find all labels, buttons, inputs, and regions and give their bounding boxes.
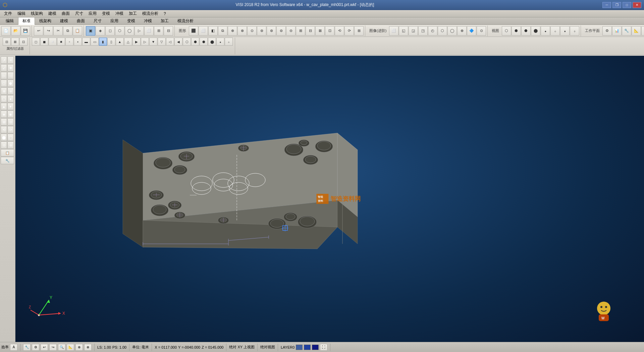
tb-img18[interactable]: ⊞ (354, 26, 364, 36)
stb-s13[interactable]: ▶ (132, 38, 141, 46)
sidebar-btn-4a[interactable]: ⬡ (1, 80, 7, 87)
tab-standard[interactable]: 标准 (18, 17, 35, 25)
stb-s17[interactable]: ◁ (166, 38, 174, 46)
stb-s9[interactable]: ▮ (99, 38, 107, 46)
stb-s7[interactable]: ▬ (82, 38, 90, 46)
tb-img13[interactable]: ⊟ (306, 26, 315, 36)
menu-dimension[interactable]: 尺寸 (72, 10, 86, 17)
sidebar-btn-10b[interactable]: ⟳ (7, 126, 14, 133)
tb-shape8[interactable]: ⊞ (154, 26, 163, 36)
stb-s2[interactable]: ◼ (40, 38, 48, 46)
stb-filter2[interactable]: ⊠ (11, 38, 19, 46)
tb-img5[interactable]: ⊕ (228, 26, 237, 36)
menu-edit[interactable]: 编辑 (15, 10, 28, 17)
sidebar-btn-3a[interactable]: ▷ (1, 72, 7, 79)
tb-view5[interactable]: ◴ (428, 26, 437, 36)
tab-machining[interactable]: 加工 (156, 17, 173, 25)
sidebar-btn-8b[interactable]: ◉ (7, 111, 14, 118)
sidebar-btn-prop[interactable]: 🔧 (1, 157, 14, 164)
tb-shape3[interactable]: ◻ (105, 26, 115, 36)
stb-s10[interactable]: ▯ (107, 38, 115, 46)
sidebar-btn-11a[interactable]: ⬤ (1, 134, 7, 141)
status-color-box1[interactable] (296, 345, 303, 350)
tb-img6[interactable]: ⊗ (237, 26, 247, 36)
tb-view9[interactable]: 🔷 (467, 26, 476, 36)
sidebar-btn-12b[interactable]: ⊚ (7, 141, 14, 149)
tb-shape2[interactable]: ◈ (96, 26, 105, 36)
status-btn-A[interactable]: A (10, 344, 17, 351)
tab-edit[interactable]: 编辑 (1, 17, 18, 25)
tb-img9[interactable]: ⊛ (267, 26, 276, 36)
tb-shape6[interactable]: ▷ (135, 26, 144, 36)
tb-img16[interactable]: ⟲ (335, 26, 344, 36)
stb-s6[interactable]: ▪ (74, 38, 82, 46)
tb-sys4[interactable]: 📐 (632, 26, 641, 36)
tb-img1[interactable]: ⬛ (189, 26, 198, 36)
sidebar-btn-icon[interactable]: 📋 (1, 149, 14, 157)
window-controls[interactable]: ─ ❐ □ ✕ (602, 2, 641, 8)
menu-moldflow[interactable]: 模流分析 (140, 10, 161, 17)
tb-wp6[interactable]: ⬦ (550, 26, 560, 36)
tb-new[interactable]: 📄 (1, 26, 11, 36)
sidebar-btn-7b[interactable]: ▼ (7, 103, 14, 110)
app-restore-btn[interactable]: ❐ (612, 2, 621, 8)
status-icon5[interactable]: 🔍 (58, 344, 65, 351)
tb-cut[interactable]: ✂ (53, 26, 63, 36)
tb-undo[interactable]: ↩ (34, 26, 43, 36)
menu-modeling[interactable]: 建模 (46, 10, 59, 17)
stb-s15[interactable]: ▼ (149, 38, 157, 46)
app-minimize-btn[interactable]: ─ (602, 2, 611, 8)
tab-wireframe[interactable]: 线架构 (35, 17, 56, 25)
tb-img14[interactable]: ⊠ (315, 26, 325, 36)
sidebar-btn-5a[interactable]: ⊕ (1, 87, 7, 95)
tb-img11[interactable]: ⊝ (286, 26, 296, 36)
tb-view6[interactable]: ⬡ (438, 26, 447, 36)
tab-dimension[interactable]: 尺寸 (89, 17, 106, 25)
tb-sys3[interactable]: 🔧 (622, 26, 631, 36)
stb-s12[interactable]: △ (124, 38, 132, 46)
status-icon4[interactable]: ↪ (49, 344, 57, 351)
menu-help[interactable]: ? (161, 11, 169, 17)
stb-s4[interactable]: ◾ (57, 38, 65, 46)
status-icon8[interactable]: ⊗ (84, 344, 92, 351)
tb-view7[interactable]: ◯ (447, 26, 457, 36)
stb-s24[interactable]: ⬦ (225, 38, 233, 46)
sidebar-btn-6a[interactable]: ◯ (1, 95, 7, 102)
status-color-box2[interactable] (304, 345, 311, 350)
stb-s3[interactable]: ◽ (49, 38, 57, 46)
tb-wp8[interactable]: ⬨ (570, 26, 579, 36)
tb-view10[interactable]: ⊙ (477, 26, 486, 36)
tb-img4[interactable]: ⧉ (218, 26, 227, 36)
menu-transform[interactable]: 变模 (99, 10, 113, 17)
sidebar-btn-4b[interactable]: ⬢ (7, 80, 14, 87)
stb-s19[interactable]: ⬡ (183, 38, 191, 46)
tab-apply[interactable]: 应用 (106, 17, 123, 25)
stb-s16[interactable]: ▽ (158, 38, 166, 46)
menu-file[interactable]: 文件 (1, 10, 15, 17)
app-close-btn[interactable]: ✕ (633, 2, 641, 8)
tb-wp5[interactable]: ⬥ (541, 26, 550, 36)
status-icon3[interactable]: ↩ (41, 344, 48, 351)
sidebar-btn-8a[interactable]: ◈ (1, 111, 7, 118)
tb-save[interactable]: 💾 (21, 26, 30, 36)
sidebar-btn-1a[interactable]: ↗ (1, 56, 7, 64)
app-maximize-btn[interactable]: □ (623, 2, 631, 8)
stb-s8[interactable]: ▭ (91, 38, 99, 46)
stb-filter1[interactable]: ⊟ (3, 38, 11, 46)
sidebar-btn-9b[interactable]: ⊟ (7, 118, 14, 126)
tb-shape9[interactable]: ⊟ (164, 26, 173, 36)
status-color-box3[interactable] (312, 345, 319, 350)
tb-copy[interactable]: ⧉ (63, 26, 72, 36)
tb-wp4[interactable]: ⬤ (531, 26, 540, 36)
status-fullscreen-btn[interactable]: ⛶ (320, 344, 327, 351)
tb-img3[interactable]: ◧ (208, 26, 218, 36)
menu-stamping[interactable]: 冲模 (113, 10, 126, 17)
status-icon6[interactable]: 📐 (67, 344, 74, 351)
tb-sys2[interactable]: 📊 (612, 26, 622, 36)
stb-s21[interactable]: ⬣ (200, 38, 208, 46)
tb-shape5[interactable]: ◯ (125, 26, 134, 36)
tb-wp3[interactable]: ⬣ (521, 26, 531, 36)
tb-sys1[interactable]: ⚙ (602, 26, 612, 36)
tb-view3[interactable]: ◲ (409, 26, 418, 36)
sidebar-btn-3b[interactable]: ◁ (7, 72, 14, 79)
